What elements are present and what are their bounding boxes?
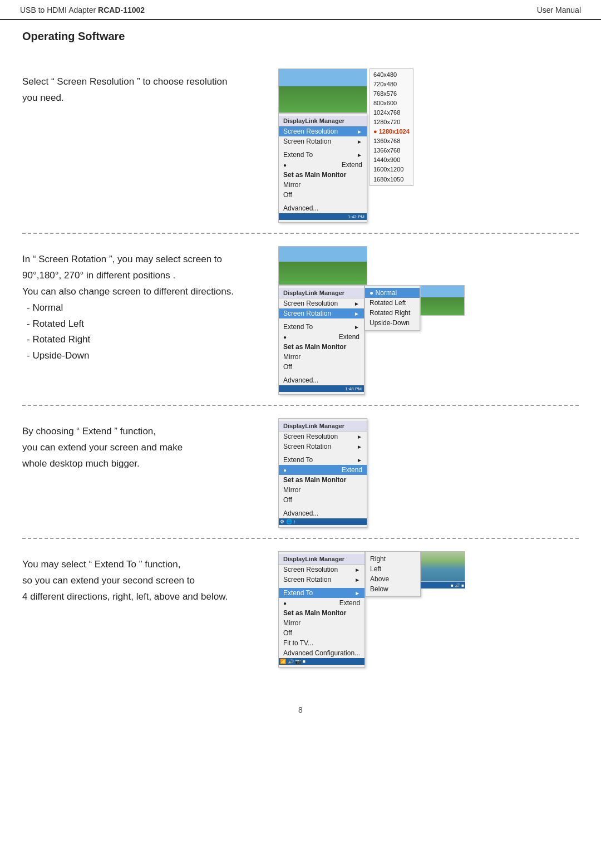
- panel4-item-fit: Fit to TV...: [279, 638, 364, 648]
- panel2-menu-item-mirror: Mirror: [279, 352, 364, 362]
- panel4-item-main: Set as Main Monitor: [279, 608, 364, 618]
- panel1-menu: DisplayLink Manager Screen Resolution► S…: [278, 113, 367, 223]
- panel2-menu-sub-wrap: DisplayLink Manager Screen Resolution► S…: [278, 285, 465, 395]
- panel4-menu-wrap: DisplayLink Manager Screen Resolution► S…: [278, 551, 465, 668]
- panel2-menu-item-resolution: Screen Resolution►: [279, 298, 364, 308]
- panel4-submenu: Right Left Above Below: [365, 551, 421, 597]
- panel2-screenshot-small: [420, 285, 465, 316]
- panel1-menu-wrap: DisplayLink Manager Screen Resolution► S…: [278, 68, 367, 223]
- panel4-sub-right: Right: [366, 554, 420, 564]
- panel2-submenu: ● Normal Rotated Left Rotated Right Upsi…: [364, 285, 420, 331]
- panel2-menu-item-rotation: Screen Rotation►: [279, 308, 364, 318]
- panel3-taskbar: ⚙ 🌐 ↑: [279, 518, 367, 525]
- panel4-menu-title: DisplayLink Manager: [279, 554, 364, 565]
- panel4-screenshot-water: [421, 551, 465, 582]
- panel1-text: Select “ Screen Resolution ” to choose r…: [22, 68, 278, 106]
- panel1-taskbar: 1:42 PM: [279, 213, 367, 220]
- panel4-line2: so you can extend your second screen to: [22, 575, 195, 586]
- panel2-menu-item-off: Off: [279, 362, 364, 372]
- panel2-screenshot: [278, 246, 367, 285]
- panel1-line2: you need.: [22, 92, 64, 103]
- panel1-menu-item-advanced: Advanced...: [279, 203, 367, 213]
- panel4-right-screen: ■ 🔊 ■: [421, 551, 465, 589]
- panel4-taskbar: 📶 🔊 📷 ■: [279, 658, 364, 665]
- section-title: Operating Software: [22, 30, 579, 43]
- panel3-item-resolution: Screen Resolution►: [279, 431, 367, 442]
- header-left: USB to HDMI Adapter RCAD-11002: [20, 6, 145, 14]
- panel3-item-off: Off: [279, 495, 367, 505]
- panel2-images: DisplayLink Manager Screen Resolution► S…: [278, 246, 579, 395]
- panel1-menu-item-extend-to: Extend To►: [279, 150, 367, 160]
- panel2-normal: - Normal: [27, 300, 267, 316]
- panel3-text: By choosing “ Extend ” function, you can…: [22, 418, 278, 472]
- panel3-item-extend-to: Extend To►: [279, 455, 367, 465]
- panel4-item-resolution: Screen Resolution►: [279, 565, 364, 575]
- panel3-menu-title: DisplayLink Manager: [279, 421, 367, 431]
- panel2-rotated-left: - Rotated Left: [27, 316, 267, 332]
- panel1-menu-item-mirror: Mirror: [279, 180, 367, 190]
- panel-row-1: Select “ Screen Resolution ” to choose r…: [22, 58, 579, 233]
- panel4-images: DisplayLink Manager Screen Resolution► S…: [278, 551, 579, 668]
- panel2-menu: DisplayLink Manager Screen Resolution► S…: [278, 285, 364, 395]
- panel3-item-main: Set as Main Monitor: [279, 475, 367, 485]
- panel4-item-mirror: Mirror: [279, 618, 364, 628]
- panel2-sub-right: Rotated Right: [365, 308, 420, 318]
- panel2-menu-item-advanced: Advanced...: [279, 375, 364, 385]
- panel4-item-advanced: Advanced Configuration...: [279, 648, 364, 658]
- panel3-item-extend: ●Extend: [279, 465, 367, 475]
- panel2-menu-item-extend: ●Extend: [279, 332, 364, 342]
- panel3-item-mirror: Mirror: [279, 485, 367, 495]
- panel-row-2: In “ Screen Rotation ”, you may select s…: [22, 234, 579, 405]
- panel2-text: In “ Screen Rotation ”, you may select s…: [22, 246, 278, 364]
- panel2-sub-upside: Upside-Down: [365, 318, 420, 328]
- panel2-sub-left: Rotated Left: [365, 298, 420, 308]
- panel4-item-rotation: Screen Rotation►: [279, 575, 364, 585]
- panel3-line1: By choosing “ Extend ” function,: [22, 426, 156, 437]
- panel1-menu-item-extend: ●Extend: [279, 160, 367, 170]
- header-product-bold: RCAD-11002: [98, 6, 145, 14]
- panel3-item-advanced: Advanced...: [279, 508, 367, 518]
- panel2-menu-title: DisplayLink Manager: [279, 288, 364, 298]
- panel-row-4: You may select “ Extend To ” function, s…: [22, 539, 579, 678]
- panel4-menu: DisplayLink Manager Screen Resolution► S…: [278, 551, 365, 668]
- page-header: USB to HDMI Adapter RCAD-11002 User Manu…: [0, 0, 601, 20]
- panel2-right-screen: [420, 285, 465, 316]
- header-product-prefix: USB to HDMI Adapter: [20, 6, 98, 14]
- panel3-menu-wrap: DisplayLink Manager Screen Resolution► S…: [278, 418, 367, 528]
- panel4-item-off: Off: [279, 628, 364, 638]
- panel4-small-taskbar: ■ 🔊 ■: [421, 582, 465, 589]
- panel2-upside-down: - Upside-Down: [27, 348, 267, 364]
- panel4-line3: 4 different directions, right, left, abo…: [22, 591, 228, 602]
- panel4-text: You may select “ Extend To ” function, s…: [22, 551, 278, 605]
- panel1-screenshot: [278, 68, 367, 113]
- panel1-reslist: 640x480 720x480 768x576 800x600 1024x768…: [370, 68, 413, 186]
- panel2-line1: In “ Screen Rotation ”, you may select s…: [22, 254, 222, 264]
- main-content: Operating Software Select “ Screen Resol…: [0, 20, 601, 694]
- panel1-menu-item-off: Off: [279, 190, 367, 200]
- panel1-menu-item-resolution: Screen Resolution►: [279, 126, 367, 136]
- panel1-menu-item-rotation: Screen Rotation►: [279, 136, 367, 146]
- panel4-item-extend-to: Extend To►: [279, 588, 364, 598]
- panel3-images: DisplayLink Manager Screen Resolution► S…: [278, 418, 579, 528]
- page-number: 8: [0, 694, 601, 720]
- panel4-sub-below: Below: [366, 584, 420, 594]
- panel1-menu-title: DisplayLink Manager: [279, 116, 367, 126]
- panel4-line1: You may select “ Extend To ” function,: [22, 559, 180, 570]
- panel-row-3: By choosing “ Extend ” function, you can…: [22, 406, 579, 538]
- panel3-item-rotation: Screen Rotation►: [279, 442, 367, 452]
- panel1-menu-item-main-monitor: Set as Main Monitor: [279, 170, 367, 180]
- panel4-sub-left: Left: [366, 564, 420, 574]
- panel3-menu: DisplayLink Manager Screen Resolution► S…: [278, 418, 367, 528]
- header-right: User Manual: [537, 6, 581, 14]
- panel2-sub-normal: ● Normal: [365, 288, 420, 298]
- panel2-menu-item-extend-to: Extend To►: [279, 322, 364, 332]
- panel3-line2: you can extend your screen and make: [22, 442, 183, 453]
- panel2-menu-wrap: DisplayLink Manager Screen Resolution► S…: [278, 246, 465, 395]
- panel1-right: DisplayLink Manager Screen Resolution► S…: [278, 68, 413, 223]
- panel3-line3: whole desktop much bigger.: [22, 458, 140, 469]
- panel2-taskbar: 1:48 PM: [279, 385, 364, 392]
- panel2-line2: 90°,180°, 270° in different positions .: [22, 270, 175, 281]
- panel4-item-extend: ●Extend: [279, 598, 364, 608]
- panel2-line3: You can also change screen to different …: [22, 286, 234, 297]
- panel1-images: DisplayLink Manager Screen Resolution► S…: [278, 68, 579, 223]
